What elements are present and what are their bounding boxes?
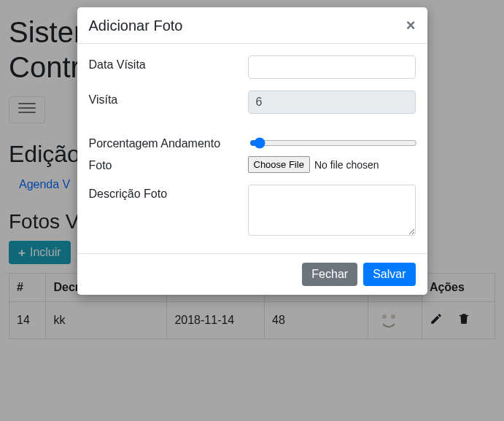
label-desc: Descrição Foto <box>89 185 242 201</box>
close-button[interactable]: Fechar <box>302 263 357 286</box>
file-status: No file chosen <box>314 159 379 171</box>
label-progress: Porcentagem Andamento <box>89 134 242 150</box>
save-button[interactable]: Salvar <box>363 263 415 286</box>
modal-header: Adicionar Foto × <box>77 7 427 44</box>
input-desc[interactable] <box>248 185 416 236</box>
add-photo-modal: Adicionar Foto × Data Vísita Visíta Porc… <box>77 7 427 295</box>
label-photo: Foto <box>89 156 242 172</box>
modal-body: Data Vísita Visíta Porcentagem Andamento… <box>77 44 427 253</box>
input-date[interactable] <box>248 55 416 79</box>
field-desc: Descrição Foto <box>89 185 416 239</box>
modal-close-button[interactable]: × <box>406 18 416 34</box>
modal-footer: Fechar Salvar <box>77 253 427 295</box>
label-date: Data Vísita <box>89 55 242 72</box>
field-progress: Porcentagem Andamento <box>89 134 416 152</box>
label-visit: Visíta <box>89 90 242 107</box>
input-visit[interactable] <box>248 90 416 114</box>
modal-title: Adicionar Foto <box>89 18 183 34</box>
input-progress-range[interactable] <box>249 137 417 149</box>
close-icon: × <box>406 16 416 34</box>
field-date: Data Vísita <box>89 55 416 79</box>
field-photo: Foto Choose File No file chosen <box>89 156 416 173</box>
choose-file-button[interactable]: Choose File <box>248 156 310 173</box>
field-visit: Visíta <box>89 90 416 114</box>
